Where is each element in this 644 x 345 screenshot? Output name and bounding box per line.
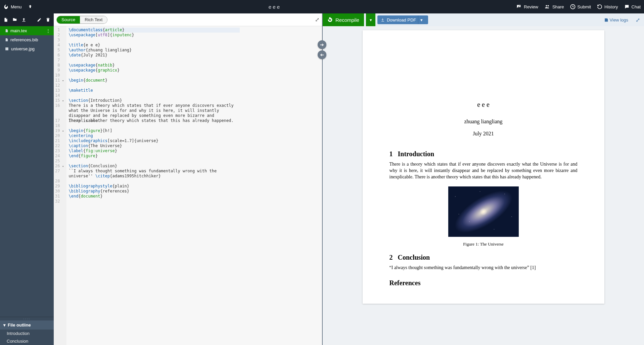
- pdf-viewer[interactable]: e e e zhuang liangliang July 2021 1 Intr…: [323, 26, 644, 345]
- universe-image: [448, 186, 519, 237]
- file-item-universe-jpg[interactable]: universe.jpg: [0, 44, 54, 53]
- share-button[interactable]: Share: [544, 4, 564, 9]
- top-bar: Menu e e e Review Share Submit History C…: [0, 0, 644, 13]
- file-outline-header[interactable]: ▾ File outline: [0, 320, 54, 330]
- file-menu-button[interactable]: ⋮: [46, 28, 50, 33]
- chat-icon: [624, 4, 630, 9]
- outline-item[interactable]: Introduction: [0, 330, 54, 337]
- view-logs-button[interactable]: View logs: [601, 17, 631, 23]
- code-content[interactable]: \documentclass{article}\usepackage[utf8]…: [66, 26, 242, 345]
- outline-list: IntroductionConclusion: [0, 330, 54, 345]
- editor-mode-toggle[interactable]: Source Rich Text: [56, 16, 107, 24]
- pdf-page: e e e zhuang liangliang July 2021 1 Intr…: [363, 30, 604, 304]
- editor-pane: Source Rich Text ⤢ 1234567891011▾1213141…: [54, 13, 322, 345]
- new-folder-button[interactable]: [12, 17, 17, 23]
- mode-rich-text[interactable]: Rich Text: [80, 16, 107, 24]
- expand-editor-button[interactable]: ⤢: [315, 16, 319, 23]
- pdf-section-1-heading: 1 Introduction: [389, 150, 578, 158]
- recompile-icon: [327, 17, 333, 23]
- sync-arrows: ➔ ➔: [318, 40, 326, 59]
- pdf-section-2-body: “I always thought something was fundamen…: [389, 265, 578, 271]
- pdf-figure-caption: Figure 1: The Universe: [448, 242, 519, 247]
- review-icon: [516, 4, 522, 9]
- rename-button[interactable]: [37, 17, 42, 22]
- project-title: e e e: [33, 4, 516, 10]
- outline-item[interactable]: Conclusion: [0, 337, 54, 345]
- history-button[interactable]: History: [597, 4, 618, 9]
- new-file-button[interactable]: [3, 17, 8, 23]
- file-name: main.tex: [10, 28, 27, 33]
- pdf-author: zhuang liangliang: [389, 119, 578, 125]
- file-item-references-bib[interactable]: references.bib: [0, 35, 54, 44]
- menu-label: Menu: [11, 4, 22, 9]
- pdf-section-1-body: There is a theory which states that if e…: [389, 161, 578, 180]
- file-icon: [5, 38, 8, 42]
- file-list: main.tex⋮references.bibuniverse.jpg: [0, 26, 54, 317]
- download-pdf-button[interactable]: Download PDF ▾: [377, 15, 428, 24]
- home-up-icon: [28, 4, 33, 9]
- chat-button[interactable]: Chat: [624, 4, 641, 9]
- download-dropdown[interactable]: ▾: [418, 15, 425, 24]
- submit-icon: [570, 4, 576, 9]
- expand-preview-button[interactable]: ⤢: [633, 17, 643, 23]
- pdf-title: e e e: [389, 101, 578, 109]
- code-editor[interactable]: 1234567891011▾12131415▾16171819▾20212223…: [54, 26, 322, 345]
- pdf-references-heading: References: [389, 279, 578, 287]
- mode-source[interactable]: Source: [57, 16, 80, 24]
- editor-toolbar: Source Rich Text ⤢: [54, 13, 322, 26]
- file-name: universe.jpg: [11, 46, 35, 51]
- pdf-figure: Figure 1: The Universe: [448, 186, 519, 247]
- line-gutter: 1234567891011▾12131415▾16171819▾20212223…: [54, 26, 66, 345]
- logs-icon: [604, 18, 608, 22]
- delete-button[interactable]: [46, 17, 50, 22]
- submit-button[interactable]: Submit: [570, 4, 591, 9]
- file-name: references.bib: [10, 37, 38, 42]
- chevron-down-icon: ▾: [3, 322, 6, 328]
- file-tree-sidebar: main.tex⋮references.bibuniverse.jpg ····…: [0, 13, 54, 345]
- sync-to-code-button[interactable]: ➔: [318, 50, 326, 59]
- review-button[interactable]: Review: [516, 4, 538, 9]
- file-icon: [5, 47, 9, 51]
- sync-to-pdf-button[interactable]: ➔: [318, 40, 326, 49]
- recompile-button[interactable]: Recompile: [323, 13, 364, 26]
- pdf-date: July 2021: [389, 131, 578, 137]
- home-button[interactable]: [28, 4, 33, 9]
- preview-pane: Recompile ▾ Download PDF ▾ View logs ⤢ e…: [322, 13, 644, 345]
- file-icon: [5, 29, 8, 33]
- history-icon: [597, 4, 602, 9]
- overleaf-icon: [3, 4, 9, 9]
- file-item-main-tex[interactable]: main.tex⋮: [0, 26, 54, 35]
- sidebar-toolbar: [0, 13, 54, 26]
- recompile-dropdown[interactable]: ▾: [366, 13, 375, 26]
- upload-button[interactable]: [21, 17, 26, 23]
- download-icon: [381, 18, 385, 22]
- menu-button[interactable]: Menu: [3, 4, 22, 9]
- share-icon: [544, 4, 550, 9]
- pdf-section-2-heading: 2 Conclusion: [389, 254, 578, 261]
- preview-toolbar: Recompile ▾ Download PDF ▾ View logs ⤢: [323, 13, 644, 26]
